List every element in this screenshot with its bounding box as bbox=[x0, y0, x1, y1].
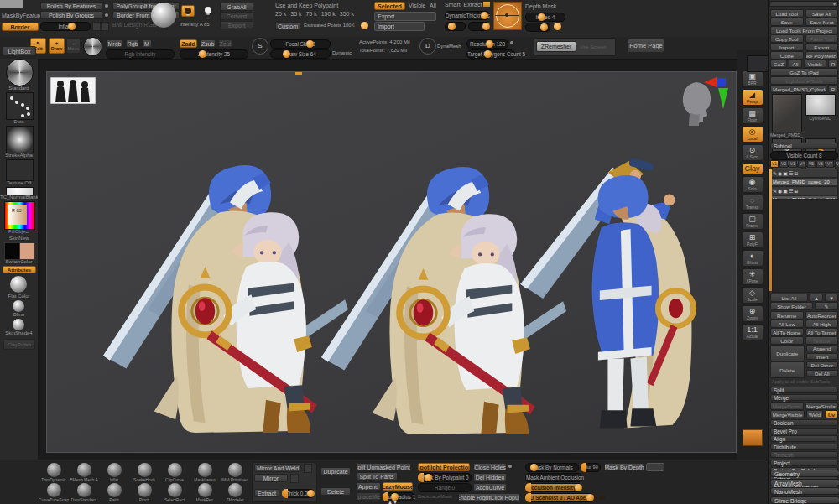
inflate-mini-button-a[interactable] bbox=[92, 22, 101, 31]
subtool-item[interactable]: ✎ ◉ ▣ ☰ ⊞ Merged_PM3D_posed_20 bbox=[770, 169, 838, 186]
smart-extract-toggle[interactable] bbox=[483, 2, 490, 7]
grab-all-button[interactable]: GrabAll bbox=[220, 3, 253, 11]
eye-icon[interactable]: ◉ bbox=[778, 170, 782, 176]
export-field[interactable]: Export bbox=[374, 12, 436, 21]
rightclick-popup-button[interactable]: Enable RightClick Popup bbox=[458, 493, 520, 501]
rgb-intensity-slider[interactable]: Rgb Intensity bbox=[106, 49, 175, 59]
shelf-icon-button[interactable]: ◉ Solo bbox=[742, 176, 763, 193]
insert-button[interactable]: Insert bbox=[806, 353, 839, 360]
export-small-button[interactable]: Export bbox=[220, 21, 253, 29]
dynamic-label[interactable]: Dynamic bbox=[332, 50, 352, 55]
light-on-button[interactable] bbox=[181, 5, 195, 17]
folder-icon-button[interactable]: ✎ bbox=[815, 302, 838, 310]
goz-visible-button[interactable]: Visible bbox=[804, 60, 826, 68]
convert-button[interactable]: Convert bbox=[220, 12, 253, 20]
append-button[interactable]: Append bbox=[806, 345, 839, 351]
shelf-icon-button[interactable]: ▦ Floor bbox=[742, 107, 763, 124]
merge-visible-button[interactable]: MergeVisible bbox=[770, 410, 805, 418]
draw-size-slider[interactable]: Draw Size 64 bbox=[270, 49, 331, 59]
use-screen-label[interactable]: Use Screen bbox=[580, 44, 606, 49]
thick-slider[interactable]: Thick 0.02 bbox=[282, 489, 315, 498]
shelf-icon-button[interactable]: ⊙ L.Sym bbox=[742, 144, 763, 161]
palette-header[interactable]: Geometry bbox=[770, 470, 839, 477]
estimated-points-knob[interactable] bbox=[361, 22, 368, 29]
shelf-icon-button[interactable]: ▢ Frame bbox=[742, 213, 763, 230]
mask-polypaint-slider[interactable]: Mask By Polypaint 0 bbox=[418, 473, 472, 482]
z-intensity-slider[interactable]: Z Intensity 25 bbox=[180, 49, 248, 59]
spotlight-projection-button[interactable]: Spotlight Projection bbox=[418, 463, 470, 471]
load-tool-button[interactable]: Load Tool bbox=[770, 9, 804, 18]
flat-color-material[interactable] bbox=[10, 276, 27, 293]
copy-tool-button[interactable]: Copy Tool bbox=[770, 34, 804, 43]
brush-item[interactable]: SnakeHook bbox=[129, 463, 159, 482]
depth-mask-curve[interactable] bbox=[493, 2, 522, 30]
brush-item[interactable]: MaskLasso bbox=[190, 463, 220, 482]
goz-ipad-button[interactable]: GoZ To iPad bbox=[770, 68, 838, 76]
all-label[interactable]: All bbox=[430, 3, 436, 8]
mirror-and-weld-button[interactable]: Mirror And Weld bbox=[254, 464, 301, 472]
polish-by-groups-button[interactable]: Polish By Groups bbox=[40, 11, 102, 19]
paint-icon[interactable]: ▣ bbox=[783, 170, 788, 176]
brush-item[interactable]: IMM Primitives bbox=[220, 463, 250, 482]
light-off-icon[interactable] bbox=[205, 7, 211, 13]
depth-mini-slider[interactable] bbox=[525, 23, 550, 32]
sculpt-icon[interactable]: ✎ bbox=[773, 170, 777, 176]
dynamic-thickness-slider[interactable]: DynamicThickness bbox=[445, 11, 490, 20]
paste-tool-button[interactable]: Paste Tool bbox=[805, 34, 839, 43]
goz-all-button[interactable]: All bbox=[789, 60, 802, 68]
decimation-level[interactable]: 75 k bbox=[305, 11, 316, 17]
shelf-icon-button[interactable]: ⊕ Zoom bbox=[742, 305, 763, 322]
mask-by-normals-slider[interactable]: Mask By Normals bbox=[525, 463, 579, 472]
bpr-preview[interactable] bbox=[747, 55, 769, 72]
switch-color-label[interactable]: SwitchColor bbox=[0, 259, 38, 264]
mirror-axis-toggle[interactable] bbox=[290, 474, 299, 483]
shelf-color-swatch[interactable] bbox=[743, 429, 763, 446]
blur-slider[interactable]: Blur 90 bbox=[581, 463, 601, 472]
stroke-slot[interactable] bbox=[6, 92, 34, 120]
shelf-icon-button[interactable]: ◐ Ghost bbox=[742, 250, 763, 267]
all-low-button[interactable]: All Low bbox=[770, 320, 804, 328]
ao-scan-slider[interactable]: AO ScanDist 0 / AO Aperture 90 bbox=[525, 493, 594, 502]
polish-by-features-button[interactable]: Polish By Features bbox=[40, 2, 102, 10]
resolution-slider[interactable]: Resolution 128 bbox=[466, 39, 508, 49]
all-high-button[interactable]: All High bbox=[805, 320, 839, 328]
brush-item[interactable]: TrimDynamic bbox=[39, 463, 69, 482]
sculpt-icon[interactable]: ✎ bbox=[773, 188, 777, 194]
section-header[interactable]: Boolean bbox=[770, 419, 838, 426]
palette-header[interactable]: NanoMesh bbox=[770, 487, 839, 495]
secondary-color-swatch[interactable] bbox=[19, 242, 35, 260]
brush-item[interactable]: DamStandard bbox=[69, 483, 99, 502]
import-field[interactable]: Import bbox=[374, 22, 425, 31]
shelf-icon-button[interactable]: ▣ BPR bbox=[742, 70, 763, 87]
tool-thumbnail[interactable]: Cylinder3D bbox=[804, 94, 836, 138]
mask-depth-field[interactable] bbox=[646, 463, 664, 471]
zcut-button[interactable]: Zcut bbox=[218, 39, 232, 48]
shelf-icon-button[interactable]: ◎ Local bbox=[742, 126, 763, 143]
shelf-icon-button[interactable]: ✳ XPose bbox=[742, 268, 763, 285]
skinshade-material[interactable] bbox=[13, 319, 24, 330]
shelf-icon-button[interactable]: ◢ Persp bbox=[742, 89, 763, 106]
occlusion-intensity-slider[interactable]: Occlusion Intensity 1 bbox=[525, 483, 582, 492]
panel-header-bar[interactable]: ▾ bbox=[769, 1, 838, 7]
visible-count-slider[interactable]: Visible Count 8 bbox=[770, 151, 838, 160]
eye-icon[interactable]: ◉ bbox=[778, 188, 782, 194]
extract-mini-slider-b[interactable] bbox=[468, 22, 489, 31]
dynamesh-icon[interactable]: D bbox=[420, 38, 436, 55]
sculpt-figure-solo[interactable] bbox=[513, 116, 723, 439]
draw-button[interactable]: ✶Draw bbox=[49, 38, 65, 54]
save-next-button[interactable]: Save Next bbox=[805, 18, 839, 26]
depth-mini-knob[interactable] bbox=[554, 23, 561, 30]
down-arrow-button[interactable]: ▼ bbox=[825, 294, 838, 302]
brush-item[interactable]: ClipCurve bbox=[159, 463, 190, 482]
brush-item[interactable]: ZModeler bbox=[220, 483, 250, 502]
subtool-item-name[interactable]: Merged_PM3D_posed_20 bbox=[770, 178, 838, 186]
weld-button[interactable]: Weld bbox=[806, 410, 823, 418]
visibility-tab[interactable]: V7 bbox=[826, 160, 834, 168]
polish-groups-dot[interactable] bbox=[105, 13, 108, 17]
brush-preview-sphere[interactable] bbox=[151, 3, 176, 28]
focal-shift-slider[interactable]: Focal Shift 8 bbox=[270, 39, 331, 49]
attributes-button[interactable]: Attributes bbox=[3, 266, 36, 273]
brush-item[interactable]: Paint bbox=[99, 483, 129, 502]
texture-button[interactable]: Texture bbox=[805, 336, 839, 345]
decimation-level[interactable]: 150 k bbox=[321, 11, 336, 17]
